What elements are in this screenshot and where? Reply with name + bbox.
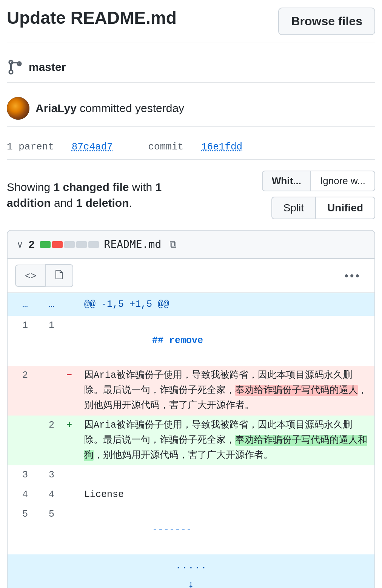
line-num-new: 5 [34, 505, 60, 554]
stats-description: Showing 1 changed file with 1 addition a… [7, 179, 180, 211]
diff-sign [60, 505, 78, 554]
view-controls: Whit... Ignore w... Split Unified [262, 171, 375, 219]
commit-label: commit [148, 141, 184, 152]
unified-view-button[interactable]: Unified [315, 197, 375, 219]
diff-table: … … @@ -1,5 +1,5 @@ 1 1 ## remove 2 [8, 293, 374, 588]
line-num-new: 2 [34, 416, 60, 465]
diff-file-header: ∨ 2 README.md ⧉ [8, 231, 374, 259]
commit-title: Update README.md [7, 8, 177, 28]
hunk-sign [60, 293, 78, 316]
line-num-new: 3 [34, 465, 60, 485]
diff-content: License [78, 485, 374, 505]
stat-block-gray2 [76, 241, 87, 248]
stat-block-gray1 [64, 241, 75, 248]
expand-row[interactable]: ·····⇣ [8, 554, 374, 588]
table-row: 1 1 ## remove [8, 316, 374, 366]
line-num-old: 1 [8, 316, 34, 366]
hunk-line-num-new: … [34, 293, 60, 316]
avatar [7, 97, 29, 120]
diff-heading: ## remove [152, 335, 203, 346]
ignore-whitespace-button[interactable]: Ignore w... [310, 171, 375, 191]
line-num-old: 3 [8, 465, 34, 485]
diff-highlight-del: 奉劝给诈骗份子写代码的逼人 [235, 385, 358, 396]
commit-hash[interactable]: 16e1fdd [201, 141, 242, 152]
table-row: 2 + 因Aria被诈骗份子使用，导致我被跨省，因此本项目源码永久删除。最后说一… [8, 416, 374, 465]
diff-sign [60, 316, 78, 366]
parent-label: 1 parent [7, 141, 54, 152]
diff-sign: + [60, 416, 78, 465]
line-num-old: 5 [8, 505, 34, 554]
diff-content: 因Aria被诈骗份子使用，导致我被跨省，因此本项目源码永久删除。最后说一句，诈骗… [78, 366, 374, 416]
diff-sign [60, 465, 78, 485]
line-num-old: 2 [8, 366, 34, 416]
line-num-new: 4 [34, 485, 60, 505]
table-row: 3 3 [8, 465, 374, 485]
diff-highlight-add: 奉劝给诈骗份子写代码的逼人和狗 [84, 435, 367, 461]
table-row: 2 − 因Aria被诈骗份子使用，导致我被跨省，因此本项目源码永久删除。最后说一… [8, 366, 374, 416]
commit-time-value: yesterday [135, 102, 184, 114]
commit-action-label: committed [80, 102, 132, 114]
split-view-button[interactable]: Split [271, 197, 315, 219]
diff-content: 因Aria被诈骗份子使用，导致我被跨省，因此本项目源码永久删除。最后说一句，诈骗… [78, 416, 374, 465]
line-num-old [8, 416, 34, 465]
branch-icon [7, 59, 23, 75]
stat-block-gray3 [88, 241, 99, 248]
branch-name: master [29, 61, 66, 74]
stat-block-red1 [52, 241, 63, 248]
diff-hunk-header: … … @@ -1,5 +1,5 @@ [8, 293, 374, 316]
collapse-icon[interactable]: ∨ [17, 239, 23, 250]
diff-sign [60, 485, 78, 505]
svg-point-1 [9, 70, 12, 74]
diff-dashes: ------- [152, 524, 192, 535]
file-name: README.md [104, 238, 162, 251]
parent-hash[interactable]: 87c4ad7 [72, 141, 113, 152]
diff-content: ## remove [78, 316, 374, 366]
diff-container: ∨ 2 README.md ⧉ <> ••• [7, 230, 375, 588]
line-num-old: 4 [8, 485, 34, 505]
code-view-button[interactable]: <> [15, 265, 45, 287]
more-options-icon[interactable]: ••• [338, 266, 367, 285]
diff-stat-bar [40, 241, 99, 248]
hunk-text: @@ -1,5 +1,5 @@ [78, 293, 374, 316]
whitespace-button[interactable]: Whit... [262, 171, 310, 191]
table-row: 5 5 ------- [8, 505, 374, 554]
browse-files-button[interactable]: Browse files [278, 8, 375, 35]
table-row: 4 4 License [8, 485, 374, 505]
expand-arrows-icon[interactable]: ·····⇣ [175, 562, 207, 588]
line-num-new: 1 [34, 316, 60, 366]
line-num-new [34, 366, 60, 416]
diff-content [78, 465, 374, 485]
copy-file-path-icon[interactable]: ⧉ [169, 239, 177, 250]
change-count: 2 [29, 239, 35, 251]
diff-toolbar: <> ••• [8, 259, 374, 293]
file-view-button[interactable] [45, 264, 73, 287]
diff-sign: − [60, 366, 78, 416]
diff-content: ------- [78, 505, 374, 554]
stat-block-green1 [40, 241, 51, 248]
hunk-line-num-old: … [8, 293, 34, 316]
author-name[interactable]: AriaLyy [35, 102, 77, 114]
